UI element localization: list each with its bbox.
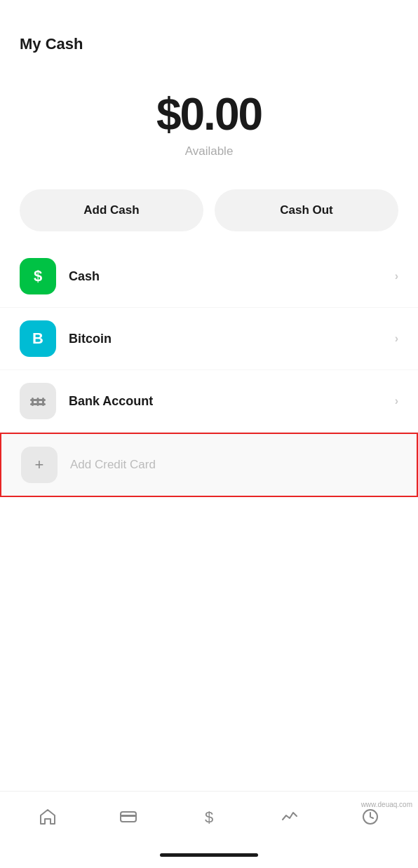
add-credit-card-icon-wrapper: + [21,447,58,483]
nav-item-activity[interactable] [269,801,311,832]
clock-icon [360,807,380,827]
svg-rect-3 [37,398,39,406]
plus-icon: + [35,456,44,474]
bitcoin-chevron-icon: › [395,332,398,345]
cash-icon-wrapper: $ [20,258,56,294]
bottom-nav: $ [0,791,418,846]
home-icon [38,807,58,827]
add-cash-button[interactable]: Add Cash [20,189,203,231]
svg-text:$: $ [205,808,213,826]
list-item-cash[interactable]: $ Cash › [0,245,418,308]
page-title: My Cash [20,35,83,53]
activity-icon [280,807,299,827]
home-indicator [160,853,258,857]
nav-item-home[interactable] [27,801,69,832]
list-section: $ Cash › B Bitcoin › [0,238,418,504]
bank-account-label: Bank Account [69,394,395,409]
svg-rect-2 [32,398,34,406]
cash-out-button[interactable]: Cash Out [215,189,398,231]
balance-section: $0.00 Available [0,60,418,172]
bank-icon [29,393,47,409]
balance-label: Available [185,144,234,158]
header: My Cash [0,0,418,60]
add-credit-card-label: Add Credit Card [70,458,397,472]
svg-rect-4 [42,398,44,406]
page-wrapper: My Cash $0.00 Available Add Cash Cash Ou… [0,0,418,868]
bank-chevron-icon: › [395,395,398,407]
list-item-add-credit-card[interactable]: + Add Credit Card [0,433,418,497]
svg-rect-6 [121,815,136,817]
list-item-bank-account[interactable]: Bank Account › [0,370,418,433]
watermark: www.deuaq.com [361,801,412,808]
cash-label: Cash [69,269,395,284]
list-item-bitcoin[interactable]: B Bitcoin › [0,308,418,370]
cash-icon: $ [34,267,42,285]
action-buttons: Add Cash Cash Out [0,172,418,238]
bitcoin-icon: B [32,330,43,348]
cash-chevron-icon: › [395,270,398,283]
bitcoin-label: Bitcoin [69,332,395,346]
dollar-icon: $ [199,807,219,827]
bank-icon-wrapper [20,383,56,419]
card-icon [119,807,138,827]
spacer [0,504,418,791]
nav-item-card[interactable] [107,801,149,832]
bitcoin-icon-wrapper: B [20,320,56,357]
balance-amount: $0.00 [156,88,262,140]
nav-item-dollar[interactable]: $ [188,801,230,832]
